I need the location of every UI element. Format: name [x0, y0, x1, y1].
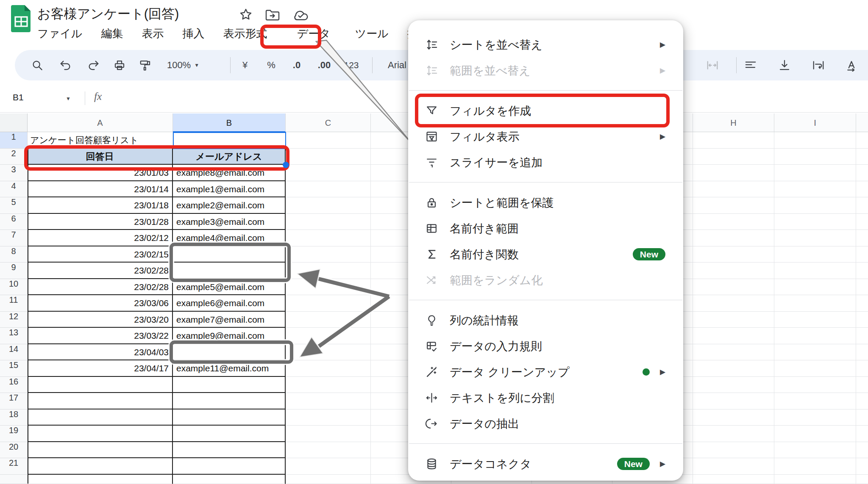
- cell[interactable]: 23/02/28: [28, 263, 173, 279]
- cell[interactable]: example3@email.com: [173, 214, 286, 230]
- cell[interactable]: [286, 312, 371, 328]
- cell[interactable]: [173, 458, 286, 475]
- more-formats-button[interactable]: 123: [340, 50, 362, 80]
- cell[interactable]: [856, 263, 868, 279]
- cell[interactable]: [774, 328, 856, 344]
- cell[interactable]: [286, 442, 371, 459]
- cell[interactable]: [856, 132, 868, 149]
- cell[interactable]: [693, 377, 774, 393]
- menu-edit[interactable]: 編集: [101, 26, 123, 41]
- redo-icon[interactable]: [83, 50, 104, 80]
- row-header[interactable]: 14: [0, 344, 28, 361]
- row-header[interactable]: 12: [0, 312, 28, 328]
- menu-item-named-ranges[interactable]: 名前付き範囲: [408, 216, 683, 241]
- cell[interactable]: 23/02/12: [28, 230, 173, 246]
- row-header[interactable]: 15: [0, 360, 28, 377]
- cell[interactable]: [286, 360, 371, 377]
- format-currency-button[interactable]: ¥: [235, 50, 255, 80]
- cell[interactable]: [28, 377, 173, 393]
- cell[interactable]: [693, 295, 774, 312]
- cell[interactable]: [774, 132, 856, 149]
- cell[interactable]: [774, 377, 856, 393]
- menu-item-data-validation[interactable]: データの入力規則: [408, 333, 683, 359]
- column-header[interactable]: B: [173, 113, 286, 132]
- column-header[interactable]: H: [693, 113, 774, 132]
- row-header[interactable]: 17: [0, 393, 28, 409]
- row-header[interactable]: 16: [0, 377, 28, 393]
- cell[interactable]: [856, 377, 868, 393]
- cell[interactable]: [286, 263, 371, 279]
- cell[interactable]: [774, 149, 856, 165]
- cell[interactable]: [774, 263, 856, 279]
- cell[interactable]: [774, 360, 856, 377]
- sheets-logo[interactable]: [10, 4, 32, 33]
- cell[interactable]: [286, 377, 371, 393]
- cell[interactable]: [856, 230, 868, 246]
- menu-file[interactable]: ファイル: [37, 26, 82, 41]
- cell[interactable]: 23/02/28: [28, 279, 173, 296]
- cell[interactable]: [774, 181, 856, 198]
- row-header[interactable]: 7: [0, 230, 28, 246]
- cell[interactable]: [286, 181, 371, 198]
- row-header[interactable]: 1: [0, 132, 28, 149]
- cell[interactable]: [774, 295, 856, 312]
- menu-item-create-filter[interactable]: フィルタを作成: [408, 98, 683, 124]
- cell[interactable]: [774, 230, 856, 246]
- menu-item-filter-views[interactable]: フィルタ表示 ▶: [408, 124, 683, 149]
- cell[interactable]: 23/02/15: [28, 246, 173, 263]
- cell[interactable]: [856, 328, 868, 344]
- vertical-align-button[interactable]: [774, 50, 795, 80]
- row-header[interactable]: 9: [0, 263, 28, 279]
- cell[interactable]: [693, 360, 774, 377]
- cell[interactable]: [856, 344, 868, 361]
- move-folder-icon[interactable]: [265, 8, 280, 21]
- cell[interactable]: [286, 214, 371, 230]
- cell[interactable]: [774, 197, 856, 214]
- cell[interactable]: [774, 279, 856, 296]
- cell[interactable]: 23/04/17: [28, 360, 173, 377]
- cell[interactable]: [856, 312, 868, 328]
- cell[interactable]: 23/01/18: [28, 197, 173, 214]
- cell[interactable]: [693, 458, 774, 475]
- cell[interactable]: 23/03/06: [28, 295, 173, 312]
- menu-item-named-functions[interactable]: 名前付き関数 New: [408, 241, 683, 267]
- name-box[interactable]: B1: [13, 92, 24, 102]
- cell[interactable]: [774, 458, 856, 475]
- cell[interactable]: [856, 149, 868, 165]
- menu-view[interactable]: 表示: [142, 26, 164, 41]
- cell[interactable]: 23/03/20: [28, 312, 173, 328]
- cell[interactable]: [693, 393, 774, 409]
- cell[interactable]: [693, 132, 774, 149]
- row-header[interactable]: 20: [0, 442, 28, 459]
- cell[interactable]: [693, 263, 774, 279]
- cell[interactable]: [173, 393, 286, 409]
- cell[interactable]: example2@email.com: [173, 197, 286, 214]
- cell[interactable]: [856, 181, 868, 198]
- cell[interactable]: 23/01/14: [28, 181, 173, 198]
- cell[interactable]: [856, 295, 868, 312]
- cell[interactable]: [28, 458, 173, 475]
- cell[interactable]: [286, 393, 371, 409]
- cell[interactable]: [856, 393, 868, 409]
- row-header[interactable]: 3: [0, 165, 28, 181]
- fill-handle-dot[interactable]: [283, 162, 289, 168]
- cell[interactable]: [774, 409, 856, 426]
- cell[interactable]: [286, 132, 371, 149]
- column-header[interactable]: C: [286, 113, 371, 132]
- cell[interactable]: [286, 328, 371, 344]
- cell[interactable]: [693, 230, 774, 246]
- menu-item-sort-sheet[interactable]: シートを並べ替え ▶: [408, 32, 683, 58]
- cell[interactable]: [286, 230, 371, 246]
- row-header[interactable]: 11: [0, 295, 28, 312]
- cell[interactable]: [774, 312, 856, 328]
- cell[interactable]: [693, 426, 774, 442]
- menu-item-protect-sheets[interactable]: シートと範囲を保護: [408, 190, 683, 216]
- increase-decimal-button[interactable]: .00: [312, 50, 336, 80]
- menu-item-sort-range[interactable]: 範囲を並べ替え ▶: [408, 58, 683, 83]
- menu-item-add-slicer[interactable]: スライサーを追加: [408, 149, 683, 175]
- undo-icon[interactable]: [55, 50, 76, 80]
- row-header[interactable]: 21: [0, 458, 28, 475]
- cell[interactable]: [693, 165, 774, 181]
- cell[interactable]: [693, 197, 774, 214]
- menu-item-column-stats[interactable]: 列の統計情報: [408, 307, 683, 333]
